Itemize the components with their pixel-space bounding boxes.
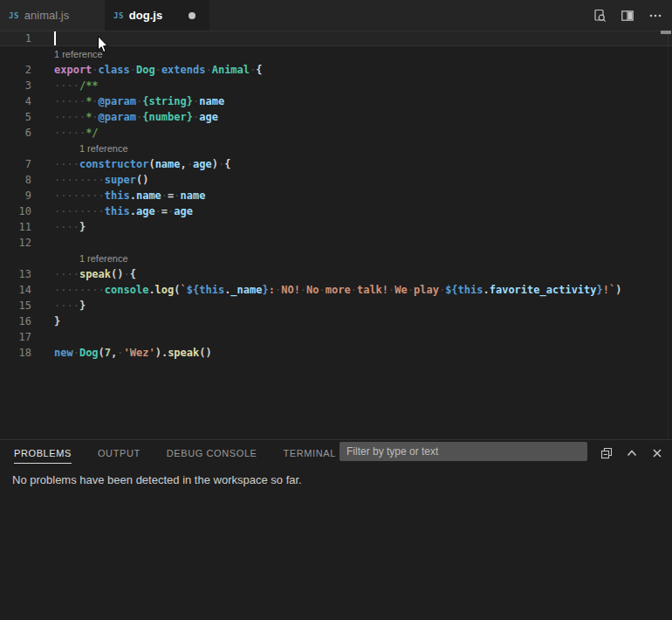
code-line[interactable]: 6·····*/	[0, 125, 672, 141]
code-line-content[interactable]: ·····*·@param·{string}·name	[31, 93, 224, 109]
code-line[interactable]: 8········super()	[0, 172, 672, 188]
code-line[interactable]: 4·····*·@param·{string}·name	[0, 93, 672, 109]
codelens-reference-link[interactable]: 1 reference	[31, 251, 128, 266]
gutter-spacer	[0, 141, 31, 156]
line-number[interactable]: 16	[0, 313, 31, 329]
search-file-icon[interactable]	[590, 6, 609, 25]
code-line[interactable]: 16}	[0, 313, 672, 329]
close-panel-icon[interactable]	[649, 445, 665, 461]
editor-actions	[590, 0, 672, 31]
code-line-content[interactable]: new·Dog(7,·'Wez').speak()	[31, 345, 212, 361]
gutter-spacer	[0, 46, 31, 62]
tab-bar: JS animal.js JS dog.js	[0, 0, 672, 31]
line-number[interactable]: 14	[0, 282, 31, 298]
line-number[interactable]: 12	[0, 235, 31, 251]
javascript-file-icon: JS	[9, 11, 19, 20]
line-number[interactable]: 8	[0, 172, 31, 188]
codelens-row: 1 reference	[0, 46, 672, 62]
code-line-content[interactable]	[31, 31, 54, 46]
problems-filter-input[interactable]	[339, 442, 587, 461]
code-line[interactable]: 12	[0, 235, 672, 251]
code-line-content[interactable]: }	[31, 313, 60, 329]
code-line[interactable]: 11····}	[0, 219, 672, 235]
line-number[interactable]: 11	[0, 219, 31, 235]
gutter-spacer	[0, 251, 31, 266]
code-line[interactable]: 17	[0, 329, 672, 345]
tab-animal-js[interactable]: JS animal.js	[0, 0, 105, 31]
line-number[interactable]: 3	[0, 78, 31, 93]
code-line[interactable]: 7····constructor(name,·age)·{	[0, 156, 672, 172]
maximize-panel-icon[interactable]	[624, 445, 640, 461]
code-line-content[interactable]: ····}	[31, 298, 86, 313]
code-line-content[interactable]: ········console.log(`${this._name}:·NO!·…	[31, 282, 621, 298]
line-number[interactable]: 7	[0, 156, 31, 172]
line-number[interactable]: 2	[0, 62, 31, 78]
editor-rows: 11 reference2export·class·Dog·extends·An…	[0, 31, 672, 361]
more-actions-icon[interactable]	[646, 6, 665, 25]
line-number[interactable]: 4	[0, 93, 31, 109]
tab-dog-js[interactable]: JS dog.js	[105, 0, 209, 31]
collapse-all-icon[interactable]	[599, 445, 614, 461]
problems-empty-message: No problems have been detected in the wo…	[12, 473, 672, 486]
line-number[interactable]: 15	[0, 298, 31, 313]
code-line[interactable]: 14········console.log(`${this._name}:·NO…	[0, 282, 672, 298]
code-line[interactable]: 1	[0, 31, 672, 46]
line-number[interactable]: 1	[0, 31, 31, 46]
panel-actions	[599, 440, 672, 466]
code-line[interactable]: 9········this.name·=·name	[0, 188, 672, 203]
panel-tab-terminal[interactable]: TERMINAL	[284, 444, 336, 464]
code-line-content[interactable]: export·class·Dog·extends·Animal·{	[31, 62, 263, 78]
codelens-row: 1 reference	[0, 251, 672, 266]
text-cursor	[54, 31, 56, 45]
line-number[interactable]: 5	[0, 109, 31, 125]
codelens-reference-link[interactable]: 1 reference	[31, 141, 128, 156]
code-line-content[interactable]	[31, 329, 54, 345]
code-line[interactable]: 15····}	[0, 298, 672, 313]
code-line[interactable]: 18new·Dog(7,·'Wez').speak()	[0, 345, 672, 361]
codelens-reference-link[interactable]: 1 reference	[31, 46, 103, 62]
split-editor-icon[interactable]	[618, 6, 637, 25]
code-line-content[interactable]	[31, 235, 54, 251]
code-line-content[interactable]: ·····*·@param·{number}·age	[31, 109, 218, 125]
vscode-window: { "tabs": { "items": [ { "label": "anima…	[0, 0, 672, 620]
line-number[interactable]: 10	[0, 203, 31, 219]
code-line-content[interactable]: ········this.name·=·name	[31, 188, 205, 203]
code-line-content[interactable]: ····/**	[31, 78, 99, 93]
tab-label-dog: dog.js	[129, 9, 162, 22]
line-number[interactable]: 13	[0, 266, 31, 282]
panel-tab-debug-console[interactable]: DEBUG CONSOLE	[167, 444, 257, 464]
code-line[interactable]: 3····/**	[0, 78, 672, 93]
code-line-content[interactable]: ····}	[31, 219, 86, 235]
panel-tab-problems[interactable]: PROBLEMS	[14, 444, 72, 464]
tab-label-animal: animal.js	[24, 9, 69, 22]
overview-cursor-marker	[661, 31, 671, 34]
line-number[interactable]: 6	[0, 125, 31, 141]
code-line[interactable]: 10········this.age·=·age	[0, 203, 672, 219]
code-line[interactable]: 2export·class·Dog·extends·Animal·{	[0, 62, 672, 78]
code-line-content[interactable]: ········this.age·=·age	[31, 203, 193, 219]
tab-strip-empty	[209, 0, 590, 31]
code-line-content[interactable]: ········super()	[31, 172, 148, 188]
problems-panel: PROBLEMS OUTPUT DEBUG CONSOLE TERMINAL	[0, 439, 672, 620]
line-number[interactable]: 9	[0, 188, 31, 203]
code-line-content[interactable]: ····speak()·{	[31, 266, 136, 282]
unsaved-changes-dot[interactable]	[189, 12, 195, 19]
panel-tab-output[interactable]: OUTPUT	[98, 444, 141, 464]
code-line[interactable]: 13····speak()·{	[0, 266, 672, 282]
code-line-content[interactable]: ·····*/	[31, 125, 99, 141]
overview-ruler	[668, 31, 669, 439]
line-number[interactable]: 18	[0, 345, 31, 361]
code-editor[interactable]: 11 reference2export·class·Dog·extends·An…	[0, 31, 672, 439]
line-number[interactable]: 17	[0, 329, 31, 345]
code-line-content[interactable]: ····constructor(name,·age)·{	[31, 156, 230, 172]
code-line[interactable]: 5·····*·@param·{number}·age	[0, 109, 672, 125]
panel-header: PROBLEMS OUTPUT DEBUG CONSOLE TERMINAL	[0, 440, 672, 466]
javascript-file-icon: JS	[113, 11, 124, 20]
codelens-row: 1 reference	[0, 141, 672, 156]
